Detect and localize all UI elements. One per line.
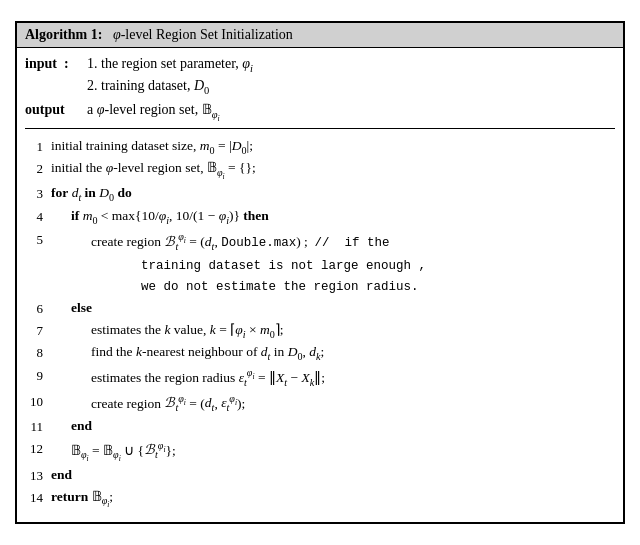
divider [25, 128, 615, 129]
line-num-4: 4 [25, 206, 43, 227]
line-content-6: else [51, 298, 615, 318]
line-content-5c2: we do not estimate the region radius. [51, 276, 615, 297]
line-num-6: 6 [25, 298, 43, 319]
line-14: 14 return 𝔹φi; [25, 487, 615, 511]
line-7: 7 estimates the k value, k = ⌈φi × m0⌉; [25, 320, 615, 342]
line-num-12: 12 [25, 438, 43, 459]
line-1: 1 initial training dataset size, m0 = |D… [25, 136, 615, 158]
line-content-4: if m0 < max{10/φi, 10/(1 − φi)} then [51, 206, 615, 228]
line-6: 6 else [25, 298, 615, 319]
output-label: output [25, 100, 87, 124]
line-10: 10 create region ℬtφi = (dt, εtφi); [25, 391, 615, 415]
line-content-7: estimates the k value, k = ⌈φi × m0⌉; [51, 320, 615, 342]
line-content-5c1: training dataset is not large enough , [51, 255, 615, 276]
line-13: 13 end [25, 465, 615, 486]
line-content-2: initial the φ-level region set, 𝔹φi = {}… [51, 158, 615, 182]
line-8: 8 find the k-nearest neighbour of dt in … [25, 342, 615, 364]
line-3: 3 for dt in D0 do [25, 183, 615, 205]
line-num-1: 1 [25, 136, 43, 157]
line-content-14: return 𝔹φi; [51, 487, 615, 511]
algorithm-subtitle: φ-level Region Set Initialization [113, 27, 293, 42]
line-num-14: 14 [25, 487, 43, 508]
line-2: 2 initial the φ-level region set, 𝔹φi = … [25, 158, 615, 182]
line-content-12: 𝔹φi = 𝔹φi ∪ {ℬtφi}; [51, 438, 615, 465]
line-num-11: 11 [25, 416, 43, 437]
line-12: 12 𝔹φi = 𝔹φi ∪ {ℬtφi}; [25, 438, 615, 465]
line-5: 5 create region ℬtφi = (dt, Double.max) … [25, 229, 615, 253]
line-content-10: create region ℬtφi = (dt, εtφi); [51, 391, 615, 415]
line-num-5: 5 [25, 229, 43, 250]
line-num-5c2 [25, 276, 43, 277]
line-content-8: find the k-nearest neighbour of dt in D0… [51, 342, 615, 364]
line-content-5: create region ℬtφi = (dt, Double.max) ; … [51, 229, 615, 253]
line-num-7: 7 [25, 320, 43, 341]
input-label: input : [25, 54, 87, 98]
algorithm-body: input : 1. the region set parameter, φi … [17, 48, 623, 522]
line-content-1: initial training dataset size, m0 = |D0|… [51, 136, 615, 158]
line-num-5c1 [25, 255, 43, 256]
line-num-8: 8 [25, 342, 43, 363]
input-content: 1. the region set parameter, φi 2. train… [87, 54, 615, 98]
line-4: 4 if m0 < max{10/φi, 10/(1 − φi)} then [25, 206, 615, 228]
line-num-13: 13 [25, 465, 43, 486]
line-num-10: 10 [25, 391, 43, 412]
line-5-cont-2: we do not estimate the region radius. [25, 276, 615, 297]
line-num-2: 2 [25, 158, 43, 179]
output-content: a φ-level region set, 𝔹φi [87, 100, 615, 124]
line-num-3: 3 [25, 183, 43, 204]
algorithm-box: Algorithm 1: φ-level Region Set Initiali… [15, 21, 625, 524]
input-section: input : 1. the region set parameter, φi … [25, 54, 615, 98]
line-content-11: end [51, 416, 615, 436]
line-9: 9 estimates the region radius εtφi = ‖Xt… [25, 365, 615, 389]
input-line-1: 1. the region set parameter, φi [87, 54, 615, 76]
output-section: output a φ-level region set, 𝔹φi [25, 100, 615, 124]
line-content-13: end [51, 465, 615, 485]
algorithm-lines: 1 initial training dataset size, m0 = |D… [25, 132, 615, 516]
line-5-cont-1: training dataset is not large enough , [25, 255, 615, 276]
input-line-2: 2. training dataset, D0 [87, 76, 615, 98]
line-num-9: 9 [25, 365, 43, 386]
line-content-9: estimates the region radius εtφi = ‖Xt −… [51, 365, 615, 389]
algorithm-title: Algorithm 1: [25, 27, 102, 42]
line-11: 11 end [25, 416, 615, 437]
line-content-3: for dt in D0 do [51, 183, 615, 205]
algorithm-header: Algorithm 1: φ-level Region Set Initiali… [17, 23, 623, 48]
